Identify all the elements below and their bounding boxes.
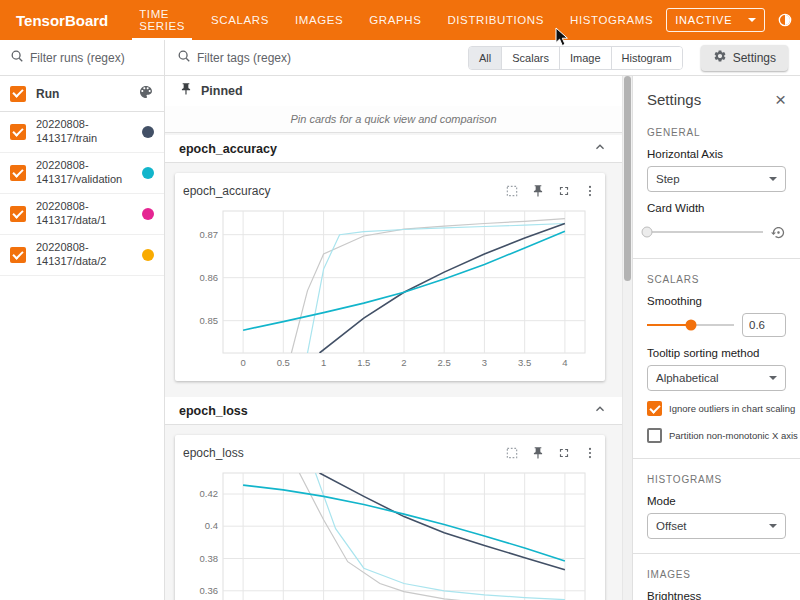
run-checkbox[interactable]	[10, 206, 26, 222]
filter-tags-input[interactable]	[197, 51, 462, 65]
tab-graphs[interactable]: GRAPHS	[356, 0, 434, 40]
run-color-dot	[142, 167, 154, 179]
caret-down-icon	[769, 177, 777, 181]
group-label-general: GENERAL	[647, 127, 786, 138]
filter-image-button[interactable]: Image	[559, 47, 611, 69]
status-dropdown[interactable]: INACTIVE	[666, 8, 765, 32]
settings-button-label: Settings	[733, 51, 776, 65]
epoch-loss-chart[interactable]: 00.511.522.533.540.360.380.40.42	[183, 467, 597, 600]
partition-x-row[interactable]: Partition non-monotonic X axis	[647, 426, 786, 444]
run-row-train[interactable]: 20220808-141317/train	[0, 112, 164, 153]
contrast-toggle-icon[interactable]	[773, 8, 797, 32]
tab-distributions[interactable]: DISTRIBUTIONS	[434, 0, 557, 40]
fit-domain-icon[interactable]	[505, 184, 519, 198]
tooltip-sorting-label: Tooltip sorting method	[647, 347, 786, 359]
settings-button[interactable]: Settings	[701, 45, 788, 71]
more-options-icon[interactable]	[583, 184, 597, 198]
caret-down-icon	[748, 18, 756, 22]
svg-text:2.5: 2.5	[438, 357, 451, 368]
filter-histogram-button[interactable]: Histogram	[611, 47, 682, 69]
runs-header-row: Run	[0, 76, 164, 112]
ignore-outliers-checkbox[interactable]	[647, 401, 662, 416]
smoothing-label: Smoothing	[647, 295, 786, 307]
fullscreen-icon[interactable]	[557, 446, 571, 460]
run-name: 20220808-141317/train	[36, 118, 132, 146]
horizontal-axis-select[interactable]: Step	[647, 166, 786, 192]
card-actions	[505, 446, 597, 460]
smoothing-slider[interactable]	[647, 313, 734, 337]
chevron-up-icon[interactable]	[592, 401, 608, 421]
section-header-epoch-loss[interactable]: epoch_loss	[165, 397, 622, 425]
svg-text:0.42: 0.42	[200, 488, 219, 499]
pin-icon[interactable]	[531, 446, 545, 460]
select-all-runs-checkbox[interactable]	[10, 86, 26, 102]
epoch-accuracy-chart[interactable]: 00.511.522.533.540.850.860.87	[183, 205, 597, 373]
run-row-data-2[interactable]: 20220808-141317/data/2	[0, 235, 164, 276]
pinned-section-header: Pinned	[165, 76, 622, 106]
histogram-mode-select[interactable]: Offset	[647, 513, 786, 539]
status-label: INACTIVE	[675, 14, 732, 26]
section-title: epoch_accuracy	[179, 142, 277, 156]
svg-text:0.36: 0.36	[200, 585, 219, 596]
run-row-validation[interactable]: 20220808-141317/validation	[0, 153, 164, 194]
slider-thumb[interactable]	[685, 320, 696, 331]
filter-all-button[interactable]: All	[469, 47, 501, 69]
scrollbar-thumb[interactable]	[624, 76, 631, 281]
run-row-data-1[interactable]: 20220808-141317/data/1	[0, 194, 164, 235]
filter-scalars-button[interactable]: Scalars	[501, 47, 559, 69]
card-title: epoch_loss	[183, 446, 244, 460]
runs-header-label: Run	[36, 87, 128, 101]
section-body-epoch-accuracy: epoch_accuracy	[165, 163, 622, 395]
tab-histograms[interactable]: HISTOGRAMS	[557, 0, 666, 40]
filter-runs-input[interactable]	[30, 51, 140, 65]
section-body-epoch-loss: epoch_loss	[165, 425, 622, 600]
chevron-up-icon[interactable]	[592, 139, 608, 159]
palette-icon[interactable]	[138, 84, 154, 104]
run-filter-container	[0, 40, 165, 75]
run-color-dot	[142, 126, 154, 138]
main-content: Pinned Pin cards for a quick view and co…	[165, 76, 632, 600]
main-scrollbar[interactable]	[622, 76, 632, 600]
app-logo: TensorBoard	[0, 12, 126, 29]
svg-text:0: 0	[240, 357, 245, 368]
pin-icon[interactable]	[531, 184, 545, 198]
run-checkbox[interactable]	[10, 165, 26, 181]
run-name: 20220808-141317/data/2	[36, 241, 132, 269]
group-label-histograms: HISTOGRAMS	[647, 474, 786, 485]
run-name: 20220808-141317/validation	[36, 159, 132, 187]
fit-domain-icon[interactable]	[505, 446, 519, 460]
tooltip-sorting-select[interactable]: Alphabetical	[647, 365, 786, 391]
fullscreen-icon[interactable]	[557, 184, 571, 198]
svg-text:2: 2	[401, 357, 406, 368]
reset-icon[interactable]	[771, 225, 786, 240]
section-header-epoch-accuracy[interactable]: epoch_accuracy	[165, 135, 622, 163]
run-checkbox[interactable]	[10, 247, 26, 263]
divider	[633, 553, 800, 554]
search-icon	[177, 49, 191, 67]
histogram-mode-value: Offset	[656, 520, 686, 532]
tab-images[interactable]: IMAGES	[282, 0, 356, 40]
tab-time-series[interactable]: TIME SERIES	[126, 0, 198, 40]
divider	[633, 458, 800, 459]
run-name: 20220808-141317/data/1	[36, 200, 132, 228]
svg-text:0.85: 0.85	[200, 315, 219, 326]
svg-text:0.87: 0.87	[200, 229, 219, 240]
smoothing-input[interactable]	[742, 313, 786, 337]
svg-text:1: 1	[321, 357, 326, 368]
group-label-scalars: SCALARS	[647, 274, 786, 285]
close-icon[interactable]: ×	[775, 90, 786, 109]
svg-text:1.5: 1.5	[357, 357, 370, 368]
search-icon	[10, 49, 24, 67]
card-width-label: Card Width	[647, 202, 786, 214]
filter-toolbar: All Scalars Image Histogram Settings	[0, 40, 800, 76]
slider-thumb[interactable]	[642, 227, 653, 238]
more-options-icon[interactable]	[583, 446, 597, 460]
caret-down-icon	[769, 376, 777, 380]
horizontal-axis-label: Horizontal Axis	[647, 148, 786, 160]
tab-scalars[interactable]: SCALARS	[198, 0, 282, 40]
ignore-outliers-row[interactable]: Ignore outliers in chart scaling	[647, 401, 786, 416]
main-nav: TIME SERIES SCALARS IMAGES GRAPHS DISTRI…	[126, 0, 666, 40]
partition-x-checkbox[interactable]	[647, 428, 662, 443]
card-width-slider[interactable]	[647, 220, 763, 244]
run-checkbox[interactable]	[10, 124, 26, 140]
